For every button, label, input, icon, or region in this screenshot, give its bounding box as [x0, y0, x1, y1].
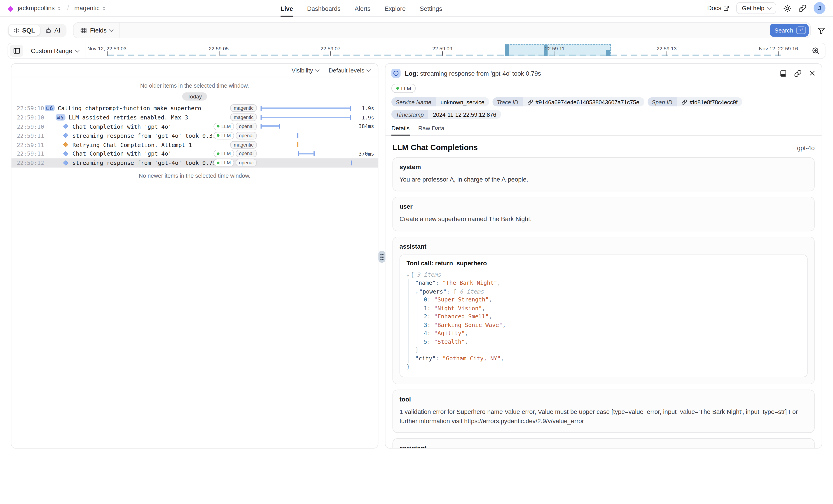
indent-guide: [408, 304, 415, 312]
link-icon: [799, 4, 807, 12]
log-row[interactable]: 22:59:11 streaming response from 'gpt-4o…: [11, 131, 378, 140]
close-panel-button[interactable]: [809, 70, 816, 77]
log-row[interactable]: 22:59:10 ⊟6 Calling chatprompt-function …: [11, 104, 378, 113]
log-detail-panel: Log: streaming response from 'gpt-4o' to…: [385, 63, 822, 449]
sql-label: SQL: [22, 27, 35, 34]
share-link-button[interactable]: [799, 4, 807, 12]
detail-header-icons: [780, 70, 816, 77]
timeline-tick: [778, 51, 779, 55]
timeline-histogram-bar: [606, 50, 610, 56]
docs-link[interactable]: Docs: [707, 5, 730, 11]
timeline-tick: [219, 51, 219, 55]
log-message: LLM-assisted retries enabled. Max 3: [68, 114, 188, 121]
green-dot-icon: [217, 152, 220, 155]
attribute-badge: magentic: [231, 141, 257, 149]
chevron-down-icon: [109, 27, 114, 32]
timeline-tick-label: Nov 12, 22:59:03: [88, 45, 126, 51]
table-icon: [80, 27, 87, 34]
collapse-caret-icon[interactable]: ⌄: [415, 287, 418, 295]
search-button[interactable]: Search ↵: [769, 24, 809, 37]
query-input[interactable]: [120, 23, 769, 38]
log-row[interactable]: 22:59:10 ⊟5 LLM-assisted retries enabled…: [11, 113, 378, 122]
theme-toggle-button[interactable]: [783, 4, 791, 12]
panel-resize-handle[interactable]: [378, 250, 385, 263]
field-pill-service-name[interactable]: Service Name unknown_service: [391, 97, 489, 106]
field-pill-timestamp[interactable]: Timestamp 2024-11-12 22:59:12.876: [391, 110, 501, 119]
field-value: #9146a6974e4e6140538043607a71c75e: [522, 97, 644, 106]
collapse-group-badge[interactable]: ⊟5: [56, 114, 66, 121]
main-content: Visibility Default levels No older items…: [11, 63, 822, 449]
chevron-down-icon: [366, 67, 371, 72]
json-line: 2: "Enhanced Smell",: [407, 312, 801, 321]
sidebar-toggle-button[interactable]: [10, 45, 23, 57]
default-levels-dropdown[interactable]: Default levels: [329, 67, 370, 74]
squared-minus-icon: ⊟: [57, 115, 60, 120]
log-badges: magentic: [231, 104, 257, 112]
attribute-badge: openai: [236, 159, 257, 167]
detail-badges-row: LLM: [385, 80, 822, 93]
fields-button[interactable]: Fields: [73, 23, 120, 38]
collapse-caret-icon[interactable]: ⌄: [407, 270, 409, 279]
span-track: [261, 123, 354, 130]
log-row[interactable]: 22:59:11 Retrying Chat Completion. Attem…: [11, 140, 378, 149]
attribute-badge: openai: [236, 131, 257, 139]
log-message: Calling chatprompt-function make_superhe…: [58, 105, 201, 112]
field-pill-trace-id[interactable]: Trace ID #9146a6974e4e6140538043607a71c7…: [493, 97, 644, 106]
field-label: Trace ID: [493, 97, 523, 106]
log-message: Chat Completion with 'gpt-4o': [72, 123, 172, 130]
zoom-in-button[interactable]: [807, 43, 825, 58]
span-duration: 1.9s: [354, 105, 374, 111]
span-duration-bar: [298, 151, 314, 156]
field-pill-span-id[interactable]: Span ID #fd81e8f78c4ecc9f: [647, 97, 742, 106]
collapse-group-badge[interactable]: ⊟6: [45, 105, 55, 112]
updown-icon: [57, 5, 62, 11]
dock-panel-button[interactable]: [780, 70, 787, 77]
span-instant-tick: [297, 133, 298, 138]
nav-tab-dashboards[interactable]: Dashboards: [307, 0, 340, 17]
dataset-selector[interactable]: magentic: [74, 5, 106, 11]
sql-mode-button[interactable]: SQL: [8, 25, 40, 36]
ai-mode-button[interactable]: AI: [40, 25, 65, 36]
grip-dots-icon: [380, 253, 384, 260]
visibility-dropdown[interactable]: Visibility: [292, 67, 319, 74]
time-range-selector[interactable]: Custom Range: [25, 43, 85, 58]
detail-tab-raw-data[interactable]: Raw Data: [418, 125, 445, 136]
attribute-badge: openai: [236, 150, 257, 158]
timeline-tick: [442, 51, 443, 55]
get-help-button[interactable]: Get help: [737, 2, 776, 14]
nav-tab-live[interactable]: Live: [281, 0, 293, 17]
log-row[interactable]: 22:59:12 streaming response from 'gpt-4o…: [11, 158, 378, 167]
log-row[interactable]: 22:59:11 Chat Completion with 'gpt-4o' L…: [11, 149, 378, 158]
message-card-system: system You are professor A, in charge of…: [392, 157, 815, 191]
log-timestamp: 22:59:10: [17, 114, 45, 121]
org-selector[interactable]: jackmpcollins: [18, 5, 62, 11]
messages: system You are professor A, in charge of…: [392, 157, 815, 448]
attribute-badge: openai: [236, 123, 257, 130]
magnifier-plus-icon: [811, 47, 820, 55]
detail-tab-details[interactable]: Details: [391, 125, 409, 136]
close-icon: [809, 70, 816, 77]
detail-title-prefix: Log:: [405, 70, 419, 76]
link-icon: [682, 99, 687, 104]
nav-tab-explore[interactable]: Explore: [385, 0, 406, 17]
org-name: jackmpcollins: [18, 5, 55, 11]
breadcrumb: ◆ jackmpcollins / magentic: [8, 4, 106, 12]
squared-minus-icon: ⊟: [46, 106, 49, 111]
copy-link-button[interactable]: [794, 70, 802, 77]
span-duration-bar: [261, 106, 351, 111]
filter-button[interactable]: [817, 26, 826, 34]
llm-badge: LLM: [214, 159, 234, 167]
log-message: streaming response from 'gpt-4o' took 0.…: [72, 132, 214, 139]
log-row[interactable]: 22:59:10 Chat Completion with 'gpt-4o' L…: [11, 122, 378, 131]
nav-tab-alerts[interactable]: Alerts: [355, 0, 371, 17]
indent-guide: [417, 295, 424, 304]
nav-tab-settings[interactable]: Settings: [420, 0, 442, 17]
top-right-actions: Docs Get help J: [707, 2, 826, 14]
field-value: 2024-11-12 22:59:12.876: [428, 110, 501, 119]
indent-guide: [408, 338, 415, 346]
timeline-track[interactable]: Nov 12, 22:59:03 22:59:05 22:59:07 22:59…: [85, 43, 806, 58]
json-line: ⌄"powers": [ 6 items: [407, 287, 801, 295]
avatar[interactable]: J: [814, 2, 826, 14]
tool-call-card: Tool call: return_superhero ⌄{ 3 items"n…: [400, 254, 808, 377]
message-role: system: [400, 164, 808, 170]
